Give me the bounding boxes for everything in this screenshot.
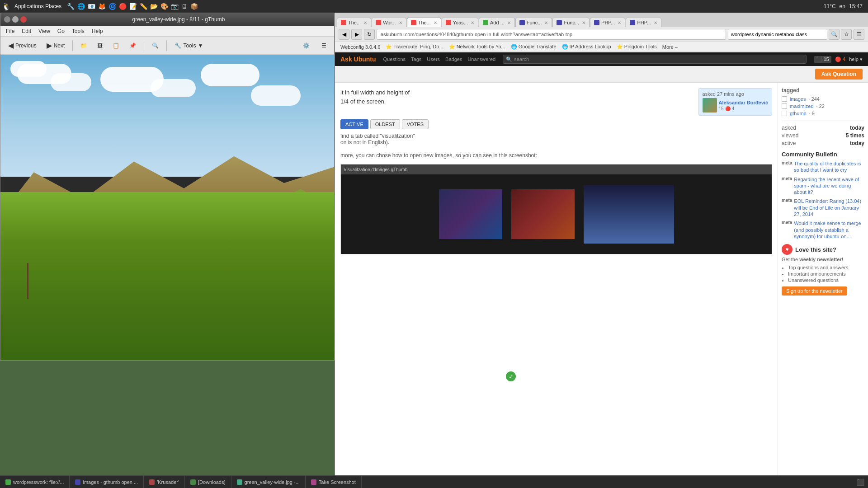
address-bar-row: ◀ ▶ ↻ askubuntu.com/questions/404840/gth… bbox=[335, 27, 868, 42]
reload-button[interactable]: ↻ bbox=[364, 29, 375, 40]
taskbar-item-gthumb[interactable]: green_valley-wide.jpg -... bbox=[231, 476, 306, 488]
bulletin-link-1[interactable]: The quality of the duplicates is so bad … bbox=[794, 160, 864, 174]
menu-file[interactable]: File bbox=[2, 27, 18, 35]
tag-name-images[interactable]: images bbox=[790, 96, 806, 102]
bookmark-1[interactable]: Webconfig 3.0.4.6 bbox=[339, 44, 382, 50]
search-input[interactable] bbox=[728, 29, 827, 40]
address-bar[interactable]: askubuntu.com/questions/404840/gthumb-op… bbox=[377, 29, 726, 40]
menu-tools[interactable]: Tools bbox=[68, 27, 88, 35]
bookmark-3[interactable]: ⭐ Network Tools by Yo... bbox=[447, 43, 507, 50]
tab-close-9[interactable]: ✕ bbox=[654, 20, 657, 25]
bookmark-button[interactable]: ☆ bbox=[841, 29, 852, 40]
icon-13[interactable]: 📦 bbox=[190, 3, 198, 10]
tab-close-7[interactable]: ✕ bbox=[582, 20, 585, 25]
nav-users[interactable]: Users bbox=[427, 56, 440, 62]
tab-8[interactable]: PHP... ✕ bbox=[590, 18, 625, 27]
tab-active[interactable]: ACTIVE bbox=[340, 119, 368, 129]
icon-9[interactable]: 📂 bbox=[150, 3, 158, 10]
nav-unanswered[interactable]: Unanswered bbox=[467, 56, 495, 62]
tag-checkbox-gthumb[interactable] bbox=[782, 111, 787, 116]
taskbar-item-screenshot[interactable]: Take Screenshot bbox=[306, 476, 362, 488]
maximize-button[interactable] bbox=[12, 16, 19, 23]
icon-5[interactable]: 🌀 bbox=[108, 3, 116, 10]
tab-2[interactable]: Wor... ✕ bbox=[372, 18, 406, 27]
tab-close-2[interactable]: ✕ bbox=[399, 20, 402, 25]
tab-7[interactable]: Func... ✕ bbox=[552, 18, 590, 27]
tag-name-gthumb[interactable]: gthumb bbox=[790, 111, 807, 116]
close-button[interactable] bbox=[20, 16, 27, 23]
nav-questions[interactable]: Questions bbox=[383, 56, 406, 62]
tools-button[interactable]: 🔧 Tools ▼ bbox=[170, 40, 207, 51]
icon-10[interactable]: 🎨 bbox=[160, 3, 168, 10]
gear-button[interactable]: ⚙️ bbox=[299, 40, 314, 51]
taskbar-item-wordpress[interactable]: wordpresswork: file://... bbox=[0, 476, 70, 488]
settings-button[interactable]: ☰ bbox=[317, 40, 330, 51]
icon-3[interactable]: 📧 bbox=[88, 3, 95, 10]
tab-votes[interactable]: VOTES bbox=[402, 119, 429, 129]
icon-btn-3[interactable]: 📋 bbox=[108, 40, 123, 51]
icon-1[interactable]: 🔧 bbox=[67, 3, 75, 10]
icon-btn-2[interactable]: 🖼 bbox=[93, 40, 107, 51]
tab-close-8[interactable]: ✕ bbox=[618, 20, 621, 25]
zoom-button[interactable]: 🔍 bbox=[148, 40, 163, 51]
tab-9[interactable]: PHP... ✕ bbox=[626, 18, 661, 27]
bookmark-5[interactable]: 🌐 IP Address Lookup bbox=[560, 43, 613, 50]
icon-11[interactable]: 📷 bbox=[171, 3, 179, 10]
menu-go[interactable]: Go bbox=[54, 27, 68, 35]
tab-close-3[interactable]: ✕ bbox=[434, 20, 437, 25]
bookmark-4[interactable]: 🌐 Google Translate bbox=[509, 43, 558, 50]
help-button[interactable]: help ▾ bbox=[849, 56, 863, 62]
nav-badges[interactable]: Badges bbox=[445, 56, 462, 62]
newsletter-button[interactable]: Sign up for the newsletter bbox=[782, 286, 847, 296]
tab-1[interactable]: The... ✕ bbox=[337, 18, 371, 27]
menu-edit[interactable]: Edit bbox=[18, 27, 35, 35]
taskbar-item-krusader[interactable]: 'Krusader' bbox=[144, 476, 185, 488]
bulletin-link-4[interactable]: Would it make sense to merge (and possib… bbox=[794, 220, 864, 239]
search-button[interactable]: 🔍 bbox=[829, 29, 840, 40]
toolbar-right: ⚙️ ☰ bbox=[299, 40, 330, 51]
taskbar-expand-icon[interactable]: ⬛ bbox=[857, 479, 864, 486]
icon-7[interactable]: 📝 bbox=[129, 3, 137, 10]
asker-name[interactable]: Aleksandar Đorđević bbox=[719, 100, 768, 105]
tag-checkbox-maximized[interactable] bbox=[782, 103, 787, 109]
tab-close-4[interactable]: ✕ bbox=[471, 20, 474, 25]
ask-question-button[interactable]: Ask Question bbox=[815, 69, 863, 80]
tab-favicon-9 bbox=[630, 20, 635, 25]
tab-close-1[interactable]: ✕ bbox=[363, 20, 367, 25]
bookmark-2[interactable]: ⭐ Traceroute, Ping, Do... bbox=[384, 43, 445, 50]
taskbar-item-images[interactable]: images - gthumb open ... bbox=[70, 476, 144, 488]
nav-tags[interactable]: Tags bbox=[411, 56, 421, 62]
bulletin-link-2[interactable]: Regarding the recent wave of spam - what… bbox=[794, 176, 864, 196]
tab-6[interactable]: Func... ✕ bbox=[515, 18, 552, 27]
icon-8[interactable]: ✏️ bbox=[140, 3, 147, 10]
icon-6[interactable]: 🔴 bbox=[119, 3, 127, 10]
next-button[interactable]: ▶ Next bbox=[42, 39, 69, 52]
icon-btn-4[interactable]: 📌 bbox=[125, 40, 140, 51]
icon-4[interactable]: 🦊 bbox=[98, 3, 106, 10]
prev-button[interactable]: ◀ Previous bbox=[4, 39, 41, 52]
menu-help[interactable]: Help bbox=[88, 27, 107, 35]
bulletin-link-3[interactable]: EOL Reminder: Raring (13.04) will be End… bbox=[794, 198, 864, 217]
tab-label-3: The... bbox=[418, 20, 431, 25]
back-button[interactable]: ◀ bbox=[339, 29, 349, 40]
tab-5[interactable]: Add ... ✕ bbox=[479, 18, 515, 27]
forward-button[interactable]: ▶ bbox=[351, 29, 362, 40]
taskbar-item-downloads[interactable]: [Downloads] bbox=[185, 476, 231, 488]
tag-name-maximized[interactable]: maximized bbox=[790, 103, 814, 109]
tab-3[interactable]: The... ✕ bbox=[407, 18, 441, 27]
app-menu-label[interactable]: Applications Places bbox=[14, 3, 61, 9]
menu-button[interactable]: ☰ bbox=[854, 29, 864, 40]
tag-checkbox-images[interactable] bbox=[782, 96, 787, 102]
menu-view[interactable]: View bbox=[35, 27, 54, 35]
tab-4[interactable]: Yoas... ✕ bbox=[442, 18, 478, 27]
tab-close-5[interactable]: ✕ bbox=[507, 20, 511, 25]
icon-12[interactable]: 🖥 bbox=[181, 3, 188, 10]
se-search-box[interactable]: 🔍 search bbox=[503, 55, 806, 64]
tab-oldest[interactable]: OLDEST bbox=[370, 119, 400, 129]
tab-close-6[interactable]: ✕ bbox=[544, 20, 548, 25]
icon-2[interactable]: 🌐 bbox=[77, 3, 85, 10]
minimize-button[interactable] bbox=[4, 16, 10, 23]
icon-btn-1[interactable]: 📁 bbox=[76, 40, 91, 51]
bookmark-more[interactable]: More – bbox=[660, 44, 679, 50]
bookmark-6[interactable]: ⭐ Pingdom Tools bbox=[615, 43, 659, 50]
